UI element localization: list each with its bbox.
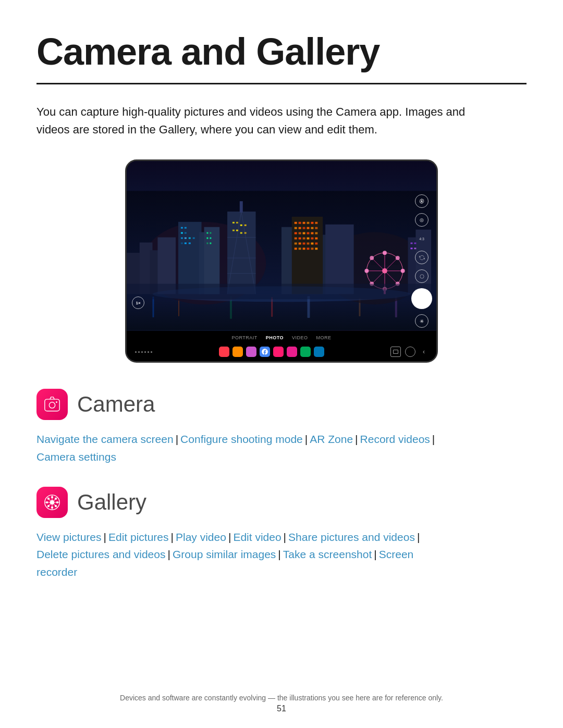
svg-rect-73 xyxy=(307,243,310,245)
shutter-button[interactable] xyxy=(411,288,432,309)
device-screen: ◎ 4:3 ✳ 1× xyxy=(127,161,436,361)
device-screenshot-container: ◎ 4:3 ✳ 1× xyxy=(36,159,527,363)
recent-apps-btn[interactable] xyxy=(390,347,401,357)
svg-rect-34 xyxy=(189,243,191,244)
app-icon-1 xyxy=(219,347,229,357)
svg-rect-28 xyxy=(185,232,187,234)
svg-rect-53 xyxy=(299,227,301,229)
svg-rect-55 xyxy=(307,227,310,229)
svg-rect-57 xyxy=(315,227,317,229)
svg-point-118 xyxy=(56,402,57,403)
city-skyline-svg xyxy=(127,190,436,331)
svg-point-120 xyxy=(51,496,53,498)
link-play-video[interactable]: Play video xyxy=(176,531,226,543)
svg-rect-68 xyxy=(311,238,313,240)
svg-point-93 xyxy=(396,256,400,260)
svg-rect-36 xyxy=(206,232,208,234)
focus-button[interactable] xyxy=(415,269,429,283)
link-delete-pictures[interactable]: Delete pictures and videos xyxy=(36,548,165,560)
svg-rect-58 xyxy=(295,232,297,235)
app-icon-2 xyxy=(232,347,243,357)
settings-button[interactable] xyxy=(415,194,429,208)
svg-point-121 xyxy=(51,506,53,508)
svg-rect-27 xyxy=(181,232,183,234)
camera-links: Navigate the camera screen|Configure sho… xyxy=(36,430,527,465)
mode-portrait[interactable]: PORTRAIT xyxy=(231,335,257,340)
svg-rect-26 xyxy=(185,227,187,229)
svg-point-88 xyxy=(383,251,387,255)
svg-rect-52 xyxy=(295,227,297,229)
camera-section-header: Camera xyxy=(36,389,527,420)
svg-rect-72 xyxy=(303,243,305,245)
home-btn[interactable] xyxy=(405,347,415,357)
link-view-pictures[interactable]: View pictures xyxy=(36,531,102,543)
link-ar-zone[interactable]: AR Zone xyxy=(310,433,353,445)
svg-point-126 xyxy=(55,497,57,499)
flip-button[interactable] xyxy=(415,251,429,264)
svg-rect-63 xyxy=(315,232,317,235)
back-btn[interactable]: ‹ xyxy=(420,348,428,356)
timer-button[interactable]: ◎ xyxy=(415,213,429,227)
svg-rect-78 xyxy=(303,248,305,250)
page-title: Camera and Gallery xyxy=(36,31,527,72)
svg-rect-3 xyxy=(178,299,179,317)
link-configure-shooting[interactable]: Configure shooting mode xyxy=(180,433,303,445)
svg-rect-70 xyxy=(295,243,297,245)
camera-bottom-bar: PORTRAIT PHOTO VIDEO MORE xyxy=(127,331,436,361)
svg-rect-54 xyxy=(303,227,305,229)
svg-rect-81 xyxy=(315,248,317,250)
svg-rect-50 xyxy=(311,222,313,224)
svg-rect-41 xyxy=(210,243,211,244)
svg-point-90 xyxy=(364,269,369,273)
gallery-app-icon xyxy=(36,487,68,518)
camera-app-icon xyxy=(36,389,68,420)
svg-rect-108 xyxy=(236,230,238,231)
link-navigate-camera[interactable]: Navigate the camera screen xyxy=(36,433,174,445)
svg-rect-105 xyxy=(240,225,242,226)
link-edit-video[interactable]: Edit video xyxy=(233,531,281,543)
gallery-links: View pictures|Edit pictures|Play video|E… xyxy=(36,528,527,581)
svg-rect-40 xyxy=(206,243,208,244)
intro-paragraph: You can capture high-quality pictures an… xyxy=(36,103,495,139)
ratio-button[interactable]: 4:3 xyxy=(415,232,429,245)
svg-rect-109 xyxy=(240,232,242,234)
camera-section-title: Camera xyxy=(77,392,155,417)
link-camera-settings[interactable]: Camera settings xyxy=(36,451,116,463)
app-icon-8 xyxy=(314,347,324,357)
svg-rect-65 xyxy=(299,238,301,240)
svg-point-124 xyxy=(47,497,50,499)
camera-modes: PORTRAIT PHOTO VIDEO MORE xyxy=(127,331,436,342)
mode-more[interactable]: MORE xyxy=(316,335,332,340)
svg-rect-107 xyxy=(232,230,235,231)
svg-point-91 xyxy=(401,269,405,273)
svg-rect-74 xyxy=(311,243,313,245)
svg-rect-62 xyxy=(311,232,313,235)
svg-rect-67 xyxy=(307,238,310,240)
svg-rect-48 xyxy=(303,222,305,224)
device-frame: ◎ 4:3 ✳ 1× xyxy=(125,159,438,363)
flash-button[interactable]: ✳ xyxy=(415,314,429,328)
nav-buttons: ‹ xyxy=(390,347,428,357)
camera-controls-row: ‹ xyxy=(127,342,436,361)
svg-rect-56 xyxy=(311,227,313,229)
link-take-screenshot[interactable]: Take a screenshot xyxy=(283,548,372,560)
svg-rect-46 xyxy=(295,222,297,224)
link-record-videos[interactable]: Record videos xyxy=(360,433,430,445)
link-edit-pictures[interactable]: Edit pictures xyxy=(108,531,169,543)
svg-rect-110 xyxy=(244,232,247,234)
svg-rect-49 xyxy=(307,222,310,224)
svg-rect-80 xyxy=(311,248,313,250)
gallery-section-title: Gallery xyxy=(77,490,146,515)
mode-photo[interactable]: PHOTO xyxy=(266,335,284,340)
app-icon-6 xyxy=(287,347,297,357)
svg-point-122 xyxy=(46,501,48,503)
svg-rect-38 xyxy=(206,238,208,239)
link-share-pictures[interactable]: Share pictures and videos xyxy=(288,531,415,543)
page-number: 51 xyxy=(0,704,563,713)
svg-rect-71 xyxy=(299,243,301,245)
svg-rect-25 xyxy=(181,227,183,229)
svg-rect-79 xyxy=(307,248,310,250)
app-icons-row xyxy=(219,347,324,357)
mode-video[interactable]: VIDEO xyxy=(292,335,308,340)
link-group-images[interactable]: Group similar images xyxy=(173,548,276,560)
